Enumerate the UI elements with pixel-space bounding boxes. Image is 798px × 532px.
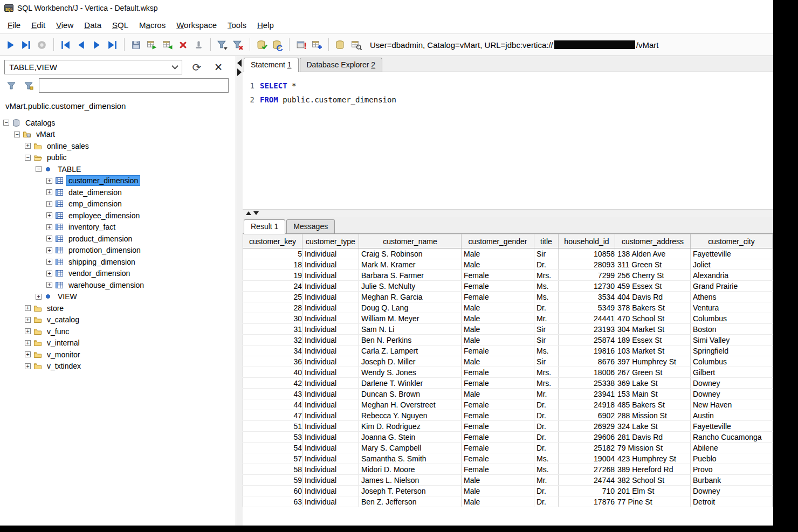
cell-title[interactable]: Dr.: [534, 486, 559, 496]
cell-customer_gender[interactable]: Female: [462, 421, 534, 432]
cell-customer_address[interactable]: 382 School St: [615, 475, 691, 486]
cell-customer_type[interactable]: Individual: [302, 378, 359, 389]
cell-customer_name[interactable]: Joseph D. Miller: [359, 356, 462, 367]
cell-customer_key[interactable]: 51: [243, 421, 302, 432]
tree-node-vmart[interactable]: −vMart: [0, 129, 236, 141]
cell-household_id[interactable]: 29606: [559, 432, 615, 443]
cell-customer_type[interactable]: Individual: [302, 270, 359, 281]
cell-customer_name[interactable]: Joseph T. Peterson: [359, 486, 462, 496]
cell-customer_city[interactable]: Detroit: [691, 496, 773, 507]
cell-customer_city[interactable]: Simi Valley: [691, 335, 773, 346]
define-filter-button[interactable]: [22, 79, 36, 93]
menu-tools[interactable]: Tools: [222, 18, 252, 32]
cell-customer_address[interactable]: 189 Essex St: [615, 335, 691, 346]
cell-household_id[interactable]: 19004: [559, 453, 615, 464]
cell-customer_address[interactable]: 485 Bakers St: [615, 399, 691, 410]
cell-customer_address[interactable]: 79 Mission St: [615, 443, 691, 453]
cell-title[interactable]: Sir: [534, 356, 559, 367]
collapse-icon[interactable]: −: [25, 155, 31, 161]
cell-title[interactable]: Dr.: [534, 432, 559, 443]
collapse-down-icon[interactable]: [253, 211, 259, 215]
tree-node-store[interactable]: +store: [0, 302, 236, 314]
cell-customer_gender[interactable]: Female: [462, 443, 534, 453]
table-row[interactable]: 40IndividualWendy S. JonesFemaleMrs.1800…: [243, 367, 773, 378]
cell-customer_type[interactable]: Individual: [302, 259, 359, 270]
cell-customer_city[interactable]: Fayetteville: [691, 421, 773, 432]
horizontal-splitter[interactable]: [243, 209, 773, 217]
cell-customer_city[interactable]: Joliet: [691, 259, 773, 270]
cell-title[interactable]: Sir: [534, 248, 559, 259]
cell-customer_key[interactable]: 19: [243, 270, 302, 281]
expand-icon[interactable]: +: [46, 236, 52, 241]
cell-customer_name[interactable]: James L. Nielson: [359, 475, 462, 486]
cell-customer_key[interactable]: 18: [243, 259, 302, 270]
cell-customer_gender[interactable]: Male: [462, 335, 534, 346]
prev-statement-button[interactable]: [74, 38, 88, 52]
expand-icon[interactable]: +: [46, 178, 52, 184]
cell-customer_key[interactable]: 31: [243, 324, 302, 335]
tree-node-inventory_fact[interactable]: +inventory_fact: [0, 222, 236, 233]
commit-button[interactable]: [254, 38, 269, 52]
menu-view[interactable]: View: [51, 18, 79, 32]
cell-title[interactable]: Dr.: [534, 399, 559, 410]
next-statement-button[interactable]: [90, 38, 104, 52]
table-row[interactable]: 19IndividualBarbara S. FarmerFemaleMrs.7…: [243, 270, 773, 281]
cell-customer_key[interactable]: 60: [243, 486, 302, 496]
cell-customer_gender[interactable]: Male: [462, 259, 534, 270]
cell-household_id[interactable]: 26929: [559, 421, 615, 432]
object-type-dropdown[interactable]: TABLE,VIEW: [4, 60, 182, 74]
cell-customer_name[interactable]: Mary S. Campbell: [359, 443, 462, 453]
cell-customer_address[interactable]: 304 Market St: [615, 324, 691, 335]
tree-node-vendor_dimension[interactable]: +vendor_dimension: [0, 268, 236, 280]
cell-household_id[interactable]: 23941: [559, 389, 615, 399]
cell-title[interactable]: Mrs.: [534, 270, 559, 281]
cell-customer_address[interactable]: 470 School St: [615, 313, 691, 324]
cell-customer_address[interactable]: 324 Lake St: [615, 421, 691, 432]
cell-household_id[interactable]: 25182: [559, 443, 615, 453]
cell-household_id[interactable]: 18006: [559, 367, 615, 378]
tree-node-table[interactable]: −TABLE: [0, 163, 236, 175]
tab-database-explorer-2[interactable]: Database Explorer 2: [300, 58, 383, 72]
cell-customer_city[interactable]: Downey: [691, 378, 773, 389]
cell-title[interactable]: Ms.: [534, 281, 559, 292]
cell-customer_key[interactable]: 28: [243, 302, 302, 313]
cell-title[interactable]: Dr.: [534, 302, 559, 313]
collapse-icon[interactable]: −: [36, 166, 42, 172]
cell-customer_gender[interactable]: Female: [462, 464, 534, 475]
tree-node-v_catalog[interactable]: +v_catalog: [0, 314, 236, 326]
cell-title[interactable]: Dr.: [534, 443, 559, 453]
cell-title[interactable]: Mr.: [534, 475, 559, 486]
append-results-button[interactable]: [309, 38, 324, 52]
cell-customer_key[interactable]: 54: [243, 443, 302, 453]
cell-customer_city[interactable]: Grand Prairie: [691, 281, 773, 292]
table-row[interactable]: 5IndividualCraig S. RobinsonMaleSir10858…: [243, 248, 773, 259]
cell-customer_key[interactable]: 58: [243, 464, 302, 475]
filter-dropdown-button[interactable]: [215, 38, 230, 52]
tree-node-catalogs[interactable]: −Catalogs: [0, 117, 236, 129]
cell-customer_key[interactable]: 32: [243, 335, 302, 346]
tree-node-public[interactable]: −public: [0, 152, 236, 164]
cell-household_id[interactable]: 23193: [559, 324, 615, 335]
cell-customer_address[interactable]: 281 Davis Rd: [615, 432, 691, 443]
execute-all-button[interactable]: [3, 38, 18, 52]
menu-help[interactable]: Help: [252, 18, 279, 32]
column-header-title[interactable]: title: [534, 234, 559, 248]
cell-household_id[interactable]: 710: [559, 486, 615, 496]
cell-customer_city[interactable]: Fayetteville: [691, 248, 773, 259]
cell-customer_city[interactable]: Columbus: [691, 313, 773, 324]
table-row[interactable]: 44IndividualMeghan H. OverstreetFemaleDr…: [243, 399, 773, 410]
cell-customer_city[interactable]: Pueblo: [691, 453, 773, 464]
expand-icon[interactable]: +: [46, 212, 52, 218]
cell-customer_city[interactable]: Gilbert: [691, 367, 773, 378]
expand-icon[interactable]: +: [46, 224, 52, 230]
tree-node-employee_dimension[interactable]: +employee_dimension: [0, 210, 236, 222]
cell-customer_type[interactable]: Individual: [302, 346, 359, 356]
cell-customer_type[interactable]: Individual: [302, 475, 359, 486]
tree-node-shipping_dimension[interactable]: +shipping_dimension: [0, 256, 236, 268]
cell-customer_gender[interactable]: Male: [462, 486, 534, 496]
table-row[interactable]: 25IndividualMeghan R. GarciaFemaleMs.353…: [243, 292, 773, 302]
table-row[interactable]: 57IndividualSamantha S. SmithFemaleMs.19…: [243, 453, 773, 464]
cell-customer_gender[interactable]: Female: [462, 346, 534, 356]
cell-household_id[interactable]: 7299: [559, 270, 615, 281]
expand-icon[interactable]: +: [25, 143, 31, 149]
